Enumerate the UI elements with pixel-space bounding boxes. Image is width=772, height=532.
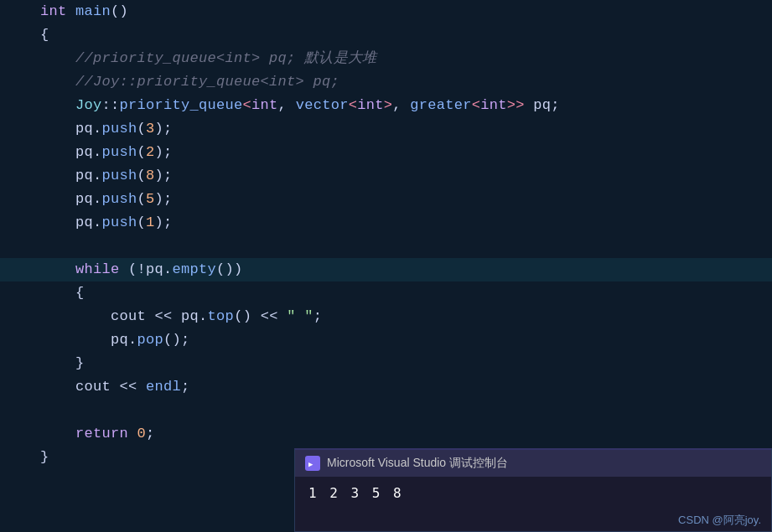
code-line-11 <box>0 235 772 258</box>
code-area: int main() { //priority_queue<int> pq; 默… <box>0 0 772 448</box>
code-line-pq-pop: pq.pop(); <box>0 328 772 352</box>
code-line-return: return 0; <box>0 422 772 446</box>
line-content-while: while (!pq.empty()) <box>25 258 243 281</box>
line-content-4: //Joy::priority_queue<int> pq; <box>25 70 339 94</box>
code-line-brace-close: } <box>0 352 772 375</box>
code-line-brace-open: { <box>0 281 772 305</box>
line-content-cout-top: cout << pq.top() << " "; <box>25 305 322 328</box>
panel-titlebar: ▶ Microsoft Visual Studio 调试控制台 <box>295 450 771 477</box>
line-content-10: pq.push(1); <box>25 211 173 235</box>
code-line-2: { <box>0 23 772 47</box>
line-content-2: { <box>25 23 49 47</box>
panel-footer: CSDN @阿亮joy. <box>678 513 761 528</box>
line-content-1: int main() <box>25 0 128 23</box>
line-content-pq-pop: pq.pop(); <box>25 328 190 352</box>
code-line-endl: cout << endl; <box>0 375 772 399</box>
code-line-5: Joy::priority_queue<int, vector<int>, gr… <box>0 94 772 117</box>
code-line-10: pq.push(1); <box>0 211 772 235</box>
line-content-7: pq.push(2); <box>25 141 173 164</box>
code-line-9: pq.push(5); <box>0 188 772 211</box>
panel-title: Microsoft Visual Studio 调试控制台 <box>327 456 508 471</box>
code-line-7: pq.push(2); <box>0 141 772 164</box>
line-content-8: pq.push(8); <box>25 164 173 188</box>
code-line-4: //Joy::priority_queue<int> pq; <box>0 70 772 94</box>
line-content-11 <box>25 235 49 258</box>
code-line-8: pq.push(8); <box>0 164 772 188</box>
svg-text:▶: ▶ <box>308 461 313 469</box>
code-editor: int main() { //priority_queue<int> pq; 默… <box>0 0 772 532</box>
code-line-cout-top: cout << pq.top() << " "; <box>0 305 772 328</box>
line-content-5: Joy::priority_queue<int, vector<int>, gr… <box>25 94 560 117</box>
line-content-endl: cout << endl; <box>25 375 190 399</box>
code-line-3: //priority_queue<int> pq; 默认是大堆 <box>0 47 772 70</box>
code-line-empty2 <box>0 399 772 422</box>
vs-icon: ▶ <box>305 456 320 471</box>
code-line-while: while (!pq.empty()) <box>0 258 772 281</box>
line-content-6: pq.push(3); <box>25 117 173 141</box>
code-line-6: pq.push(3); <box>0 117 772 141</box>
code-line-1: int main() <box>0 0 772 23</box>
debug-console-panel: ▶ Microsoft Visual Studio 调试控制台 1 2 3 5 … <box>294 448 772 532</box>
line-content-9: pq.push(5); <box>25 188 173 211</box>
line-content-empty2 <box>25 399 49 422</box>
line-content-main-close: } <box>25 446 49 469</box>
line-content-brace-close: } <box>25 352 85 375</box>
line-content-return: return 0; <box>25 422 155 446</box>
panel-output: 1 2 3 5 8 <box>295 477 771 509</box>
line-content-brace-open: { <box>25 281 85 305</box>
line-content-3: //priority_queue<int> pq; 默认是大堆 <box>25 47 377 70</box>
